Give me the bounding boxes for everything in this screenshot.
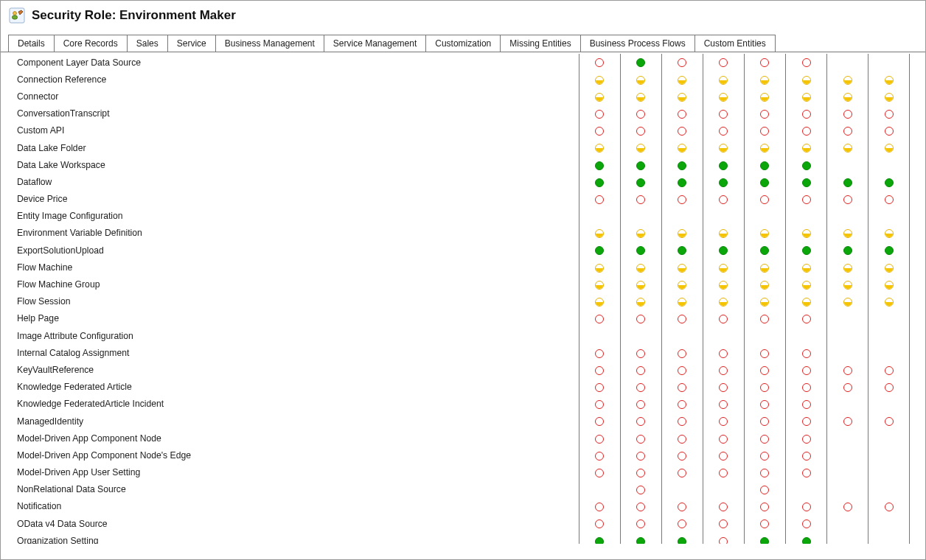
permission-cell[interactable] xyxy=(786,191,827,208)
permission-cell[interactable] xyxy=(620,293,661,310)
permission-cell[interactable] xyxy=(579,225,620,242)
permission-cell[interactable] xyxy=(786,430,827,447)
permission-cell[interactable] xyxy=(827,310,868,327)
permission-cell[interactable] xyxy=(744,532,785,544)
permission-cell[interactable] xyxy=(744,293,785,310)
permission-cell[interactable] xyxy=(827,156,868,173)
permission-cell[interactable] xyxy=(579,344,620,361)
permission-cell[interactable] xyxy=(868,293,910,310)
permission-cell[interactable] xyxy=(661,310,703,327)
permission-cell[interactable] xyxy=(620,276,661,293)
permission-cell[interactable] xyxy=(620,225,661,242)
permission-cell[interactable] xyxy=(703,276,744,293)
permission-cell[interactable] xyxy=(620,327,661,344)
permission-cell[interactable] xyxy=(744,396,785,413)
permission-cell[interactable] xyxy=(661,105,703,122)
permission-cell[interactable] xyxy=(703,464,744,481)
permission-cell[interactable] xyxy=(827,532,868,544)
permission-cell[interactable] xyxy=(579,173,620,190)
permission-cell[interactable] xyxy=(661,515,703,532)
permission-cell[interactable] xyxy=(620,156,661,173)
permission-cell[interactable] xyxy=(620,88,661,105)
permission-cell[interactable] xyxy=(786,122,827,139)
permission-cell[interactable] xyxy=(620,430,661,447)
permission-cell[interactable] xyxy=(744,498,785,515)
permission-cell[interactable] xyxy=(661,464,703,481)
permission-cell[interactable] xyxy=(744,122,785,139)
permission-cell[interactable] xyxy=(827,413,868,430)
permission-cell[interactable] xyxy=(661,447,703,463)
permission-cell[interactable] xyxy=(744,139,785,156)
permission-cell[interactable] xyxy=(744,54,785,71)
tab-core-records[interactable]: Core Records xyxy=(54,35,128,52)
permission-cell[interactable] xyxy=(703,361,744,378)
permission-cell[interactable] xyxy=(703,498,744,515)
permission-cell[interactable] xyxy=(868,225,910,242)
permission-cell[interactable] xyxy=(579,413,620,430)
permission-cell[interactable] xyxy=(620,208,661,225)
permission-cell[interactable] xyxy=(827,498,868,515)
permission-cell[interactable] xyxy=(620,515,661,532)
permission-cell[interactable] xyxy=(868,396,910,413)
permission-cell[interactable] xyxy=(620,310,661,327)
permission-cell[interactable] xyxy=(827,105,868,122)
permission-cell[interactable] xyxy=(579,191,620,208)
permission-cell[interactable] xyxy=(786,532,827,544)
permission-cell[interactable] xyxy=(620,379,661,396)
permission-cell[interactable] xyxy=(868,361,910,378)
permission-cell[interactable] xyxy=(579,447,620,463)
permission-cell[interactable] xyxy=(661,430,703,447)
permission-cell[interactable] xyxy=(744,310,785,327)
permission-cell[interactable] xyxy=(827,208,868,225)
permission-cell[interactable] xyxy=(620,396,661,413)
permission-cell[interactable] xyxy=(786,276,827,293)
permission-cell[interactable] xyxy=(744,344,785,361)
permission-cell[interactable] xyxy=(703,430,744,447)
tab-customization[interactable]: Customization xyxy=(425,35,501,52)
permission-cell[interactable] xyxy=(661,225,703,242)
permission-cell[interactable] xyxy=(579,88,620,105)
permission-cell[interactable] xyxy=(661,396,703,413)
permission-cell[interactable] xyxy=(703,173,744,190)
permission-cell[interactable] xyxy=(579,122,620,139)
permission-cell[interactable] xyxy=(786,225,827,242)
permission-cell[interactable] xyxy=(786,71,827,88)
permission-cell[interactable] xyxy=(744,191,785,208)
permission-cell[interactable] xyxy=(579,139,620,156)
permission-cell[interactable] xyxy=(786,413,827,430)
permission-cell[interactable] xyxy=(703,139,744,156)
permission-cell[interactable] xyxy=(744,515,785,532)
permission-cell[interactable] xyxy=(744,71,785,88)
permission-cell[interactable] xyxy=(744,105,785,122)
permission-cell[interactable] xyxy=(703,71,744,88)
permission-cell[interactable] xyxy=(868,413,910,430)
permission-cell[interactable] xyxy=(620,361,661,378)
permission-cell[interactable] xyxy=(868,498,910,515)
permission-cell[interactable] xyxy=(786,396,827,413)
permission-cell[interactable] xyxy=(661,259,703,276)
permission-cell[interactable] xyxy=(703,379,744,396)
permission-cell[interactable] xyxy=(827,122,868,139)
permission-cell[interactable] xyxy=(827,344,868,361)
permission-cell[interactable] xyxy=(579,515,620,532)
permission-cell[interactable] xyxy=(786,259,827,276)
permission-cell[interactable] xyxy=(827,447,868,463)
permission-cell[interactable] xyxy=(868,464,910,481)
permission-cell[interactable] xyxy=(703,481,744,498)
permission-cell[interactable] xyxy=(703,532,744,544)
permission-cell[interactable] xyxy=(868,242,910,259)
permission-cell[interactable] xyxy=(786,156,827,173)
tab-custom-entities[interactable]: Custom Entities xyxy=(694,35,776,52)
permission-cell[interactable] xyxy=(703,105,744,122)
tab-sales[interactable]: Sales xyxy=(127,35,168,52)
permission-cell[interactable] xyxy=(661,481,703,498)
permission-cell[interactable] xyxy=(868,173,910,190)
permission-cell[interactable] xyxy=(703,54,744,71)
permission-cell[interactable] xyxy=(827,225,868,242)
permission-cell[interactable] xyxy=(620,532,661,544)
permission-cell[interactable] xyxy=(868,310,910,327)
permission-cell[interactable] xyxy=(579,379,620,396)
permission-cell[interactable] xyxy=(744,173,785,190)
permission-cell[interactable] xyxy=(827,396,868,413)
permission-cell[interactable] xyxy=(661,498,703,515)
